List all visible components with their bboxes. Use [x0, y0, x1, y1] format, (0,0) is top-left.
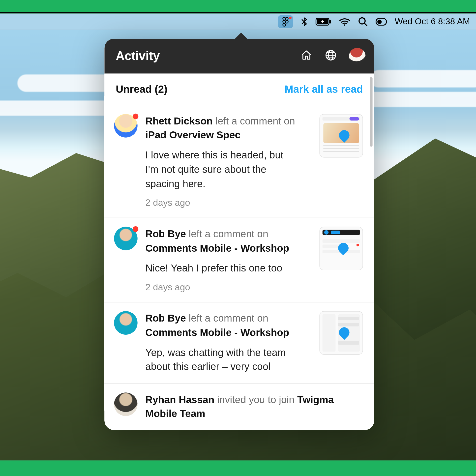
comment-body: Yep, was chatting with the team about th…: [145, 345, 293, 374]
activity-panel: Activity: [104, 39, 374, 430]
activity-item[interactable]: Rhett Dickson left a comment on iPad Ove…: [104, 105, 374, 218]
activity-text: Rob Bye left a comment on Comments Mobil…: [145, 227, 312, 255]
svg-point-8: [344, 24, 345, 26]
menubar-datetime[interactable]: Wed Oct 6 8:38 AM: [395, 17, 470, 27]
svg-point-9: [359, 18, 365, 24]
activity-timestamp: 2 days ago: [145, 282, 312, 293]
actor-avatar: [114, 392, 138, 416]
mark-all-as-read-button[interactable]: Mark all as read: [285, 83, 363, 95]
scrollbar[interactable]: [370, 74, 373, 430]
activity-timestamp: 2 days ago: [145, 198, 312, 208]
user-avatar[interactable]: [349, 48, 366, 64]
comment-body: I love where this is headed, but I'm not…: [145, 148, 293, 191]
svg-point-11: [377, 19, 382, 24]
actor-avatar: [114, 114, 138, 138]
actor-avatar: [114, 227, 138, 250]
svg-point-4: [283, 23, 286, 26]
activity-title: Activity: [116, 49, 160, 63]
unread-dot-icon: [133, 114, 138, 119]
battery-icon[interactable]: [316, 18, 331, 26]
activity-text: Ryhan Hassan invited you to join Twigma …: [145, 392, 363, 420]
spotlight-search-icon[interactable]: [358, 17, 368, 27]
macos-menubar: Wed Oct 6 8:38 AM: [0, 13, 476, 30]
globe-icon[interactable]: [325, 49, 337, 63]
desktop: Wed Oct 6 8:38 AM Activity: [0, 12, 476, 460]
wifi-icon[interactable]: [339, 17, 350, 26]
unread-dot-icon: [133, 226, 138, 232]
figma-menubar-icon[interactable]: [278, 15, 293, 28]
control-center-icon[interactable]: [376, 18, 387, 26]
activity-item[interactable]: Rob Bye left a comment on Comments Mobil…: [104, 218, 374, 303]
panel-pointer: [235, 33, 247, 39]
activity-text: Rhett Dickson left a comment on iPad Ove…: [145, 114, 312, 142]
activity-thumbnail[interactable]: [319, 311, 363, 355]
svg-rect-6: [329, 20, 331, 23]
unread-count-label: Unread (2): [116, 83, 167, 95]
comment-body: Nice! Yeah I prefer this one too: [145, 261, 293, 275]
activity-thumbnail[interactable]: [319, 114, 363, 158]
activity-item[interactable]: Ryhan Hassan invited you to join Twigma …: [104, 384, 374, 430]
home-icon[interactable]: [300, 49, 312, 63]
comment-pin-icon: [336, 241, 351, 256]
activity-thumbnail[interactable]: [319, 227, 363, 270]
activity-text: Rob Bye left a comment on Comments Mobil…: [145, 311, 312, 339]
activity-item[interactable]: Rob Bye left a comment on Comments Mobil…: [104, 303, 374, 384]
bluetooth-icon[interactable]: [301, 16, 308, 27]
notification-dot-icon: [289, 16, 292, 19]
actor-avatar: [114, 311, 138, 335]
activity-panel-header: Activity: [104, 39, 374, 73]
